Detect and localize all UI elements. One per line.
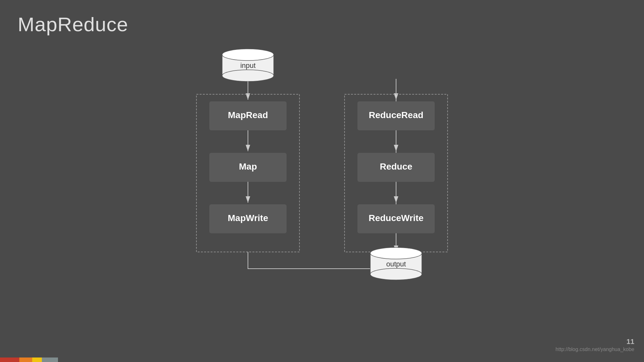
- reducewrite-box-label: ReduceWrite: [369, 213, 424, 223]
- diagram-container: input MapRead Map MapWrite ReduceRead: [0, 32, 644, 362]
- svg-point-2: [222, 70, 274, 81]
- mapread-box-label: MapRead: [228, 110, 268, 120]
- bar-gray: [42, 357, 58, 362]
- bar-yellow: [32, 357, 42, 362]
- map-box-label: Map: [239, 162, 257, 172]
- bar-orange: [19, 357, 32, 362]
- svg-point-6: [370, 247, 422, 259]
- svg-point-5: [370, 268, 422, 280]
- mapwrite-box-label: MapWrite: [228, 213, 268, 223]
- bottom-bar: [0, 357, 58, 362]
- footer-url: http://blog.csdn.net/yanghua_kobe: [555, 347, 634, 352]
- input-label: input: [240, 61, 256, 70]
- bar-red: [0, 357, 19, 362]
- svg-point-3: [222, 49, 274, 60]
- mapreduce-diagram: input MapRead Map MapWrite ReduceRead: [177, 32, 467, 322]
- reduce-box-label: Reduce: [380, 162, 412, 172]
- reduceread-box-label: ReduceRead: [369, 110, 423, 120]
- page-number: 11: [627, 338, 634, 346]
- output-label: output: [386, 260, 406, 268]
